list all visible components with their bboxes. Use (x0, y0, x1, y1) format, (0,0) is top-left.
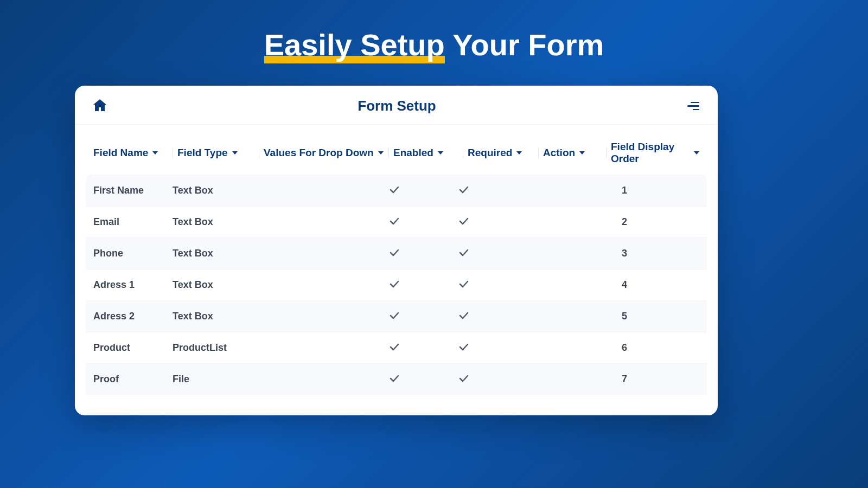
column-header-enabled[interactable]: Enabled (393, 147, 463, 159)
cell-field-name: Proof (93, 374, 173, 385)
home-icon[interactable] (93, 99, 106, 113)
check-icon (459, 342, 469, 353)
page-heading-highlight: Easily Setup (264, 27, 445, 62)
form-setup-card: Form Setup Field Name Field Type Values … (75, 86, 718, 415)
table-header-row: Field Name Field Type Values For Drop Do… (86, 134, 707, 175)
column-label: Enabled (393, 147, 433, 159)
cell-field-type: Text Box (173, 311, 254, 322)
check-icon (390, 248, 399, 259)
check-icon (459, 248, 469, 259)
column-separator (173, 147, 173, 158)
table-row[interactable]: EmailText Box2 (86, 206, 707, 237)
column-label: Values For Drop Down (264, 147, 374, 159)
cell-field-name: Phone (93, 248, 173, 259)
cell-order: 5 (582, 311, 699, 322)
check-icon (459, 311, 469, 322)
caret-down-icon (438, 151, 443, 155)
cell-order: 6 (582, 342, 699, 354)
cell-field-type: Text Box (173, 279, 254, 291)
cell-field-name: Product (93, 342, 173, 354)
form-fields-table: Field Name Field Type Values For Drop Do… (75, 125, 718, 395)
column-header-field-type[interactable]: Field Type (177, 147, 259, 159)
check-icon (459, 185, 469, 196)
cell-enabled (379, 311, 448, 322)
table-row[interactable]: ProofFile7 (86, 363, 707, 395)
cell-field-type: Text Box (173, 248, 254, 259)
caret-down-icon (378, 151, 384, 155)
column-label: Action (543, 147, 575, 159)
cell-order: 7 (582, 374, 699, 385)
table-row[interactable]: Adress 2Text Box5 (86, 300, 707, 332)
check-icon (390, 216, 399, 227)
cell-enabled (379, 216, 448, 228)
check-icon (459, 374, 469, 384)
cell-order: 4 (582, 279, 699, 291)
cell-required (448, 216, 519, 228)
cell-order: 3 (582, 248, 699, 259)
table-row[interactable]: First NameText Box1 (86, 175, 707, 206)
cell-enabled (379, 185, 448, 196)
check-icon (390, 342, 399, 353)
cell-field-name: Adress 1 (93, 279, 173, 291)
cell-field-name: Adress 2 (93, 311, 173, 322)
cell-field-name: Email (93, 216, 173, 228)
check-icon (390, 374, 399, 384)
page-heading-rest: Your Form (445, 28, 604, 62)
column-label: Field Display Order (611, 141, 690, 165)
check-icon (459, 279, 469, 290)
column-separator (463, 147, 463, 158)
table-row[interactable]: PhoneText Box3 (86, 237, 707, 269)
card-title: Form Setup (106, 98, 687, 114)
column-label: Field Name (93, 147, 148, 159)
column-label: Field Type (177, 147, 228, 159)
cell-required (448, 279, 519, 291)
column-header-required[interactable]: Required (468, 147, 538, 159)
cell-order: 2 (582, 216, 699, 228)
column-separator (259, 147, 259, 158)
cell-field-type: File (173, 374, 254, 385)
caret-down-icon (694, 151, 699, 155)
caret-down-icon (579, 151, 585, 155)
cell-required (448, 185, 519, 196)
column-header-action[interactable]: Action (543, 147, 606, 159)
cell-order: 1 (582, 185, 699, 196)
menu-icon[interactable] (687, 102, 699, 111)
table-row[interactable]: Adress 1Text Box4 (86, 269, 707, 300)
check-icon (390, 279, 399, 290)
column-header-field-name[interactable]: Field Name (93, 147, 173, 159)
table-body: First NameText Box1EmailText Box2PhoneTe… (86, 175, 707, 395)
column-separator (388, 147, 389, 158)
cell-field-name: First Name (93, 185, 173, 196)
caret-down-icon (516, 151, 522, 155)
check-icon (390, 185, 399, 196)
table-row[interactable]: ProductProductList6 (86, 332, 707, 363)
cell-enabled (379, 374, 448, 385)
column-separator (606, 147, 607, 158)
cell-field-type: Text Box (173, 216, 254, 228)
cell-required (448, 342, 519, 354)
card-header: Form Setup (75, 86, 718, 125)
caret-down-icon (152, 151, 158, 155)
cell-field-type: ProductList (173, 342, 254, 354)
column-separator (538, 147, 539, 158)
cell-required (448, 374, 519, 385)
check-icon (390, 311, 399, 322)
column-header-order[interactable]: Field Display Order (611, 141, 699, 165)
cell-required (448, 248, 519, 259)
column-header-values[interactable]: Values For Drop Down (264, 147, 388, 159)
page-heading: Easily Setup Your Form (0, 0, 868, 62)
cell-required (448, 311, 519, 322)
cell-enabled (379, 248, 448, 259)
cell-enabled (379, 279, 448, 291)
cell-field-type: Text Box (173, 185, 254, 196)
column-label: Required (468, 147, 512, 159)
cell-enabled (379, 342, 448, 354)
caret-down-icon (232, 151, 238, 155)
check-icon (459, 216, 469, 227)
